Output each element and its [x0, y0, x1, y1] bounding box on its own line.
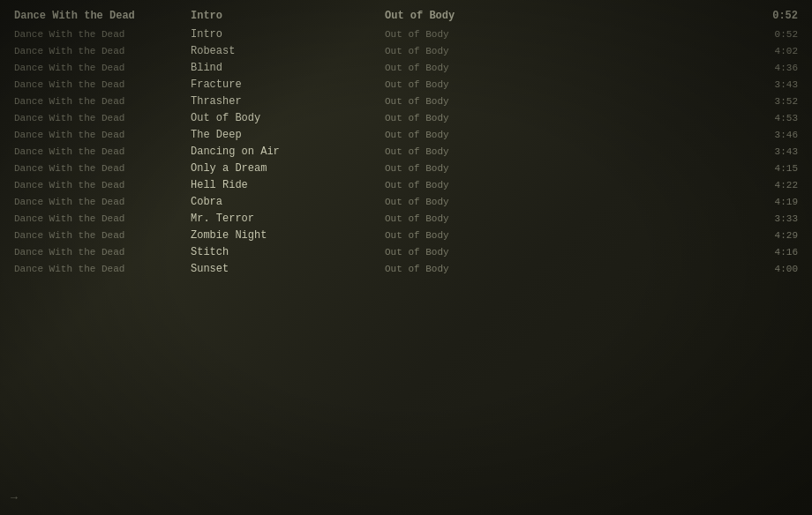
track-duration: 3:43: [754, 146, 798, 157]
table-row[interactable]: Dance With the DeadStitchOut of Body4:16: [0, 243, 812, 260]
track-title: Dancing on Air: [191, 146, 385, 158]
track-album: Out of Body: [385, 63, 754, 73]
track-artist: Dance With the Dead: [14, 79, 191, 90]
track-title: Mr. Terror: [191, 213, 385, 225]
track-artist: Dance With the Dead: [14, 180, 191, 190]
table-row[interactable]: Dance With the DeadCobraOut of Body4:19: [0, 193, 812, 210]
track-duration: 4:15: [754, 163, 798, 174]
track-duration: 4:22: [754, 180, 798, 190]
track-album: Out of Body: [385, 264, 754, 274]
track-list: Dance With the Dead Intro Out of Body 0:…: [0, 0, 812, 277]
table-row[interactable]: Dance With the DeadHell RideOut of Body4…: [0, 176, 812, 193]
track-album: Out of Body: [385, 213, 754, 224]
track-album: Out of Body: [385, 180, 754, 190]
table-row[interactable]: Dance With the DeadIntroOut of Body0:52: [0, 26, 812, 42]
track-artist: Dance With the Dead: [14, 29, 191, 40]
track-album: Out of Body: [385, 230, 754, 241]
track-artist: Dance With the Dead: [14, 63, 191, 73]
track-album: Out of Body: [385, 29, 754, 40]
track-artist: Dance With the Dead: [14, 113, 191, 123]
track-duration: 4:19: [754, 197, 798, 207]
track-artist: Dance With the Dead: [14, 264, 191, 274]
track-title: Fracture: [191, 78, 385, 91]
track-duration: 3:52: [754, 96, 798, 107]
track-duration: 3:46: [754, 130, 798, 140]
track-duration: 3:33: [754, 213, 798, 224]
table-header: Dance With the Dead Intro Out of Body 0:…: [0, 7, 812, 24]
track-artist: Dance With the Dead: [14, 46, 191, 56]
table-row[interactable]: Dance With the DeadDancing on AirOut of …: [0, 143, 812, 160]
track-album: Out of Body: [385, 46, 754, 56]
track-artist: Dance With the Dead: [14, 230, 191, 241]
track-artist: Dance With the Dead: [14, 146, 191, 157]
track-title: Hell Ride: [191, 179, 385, 191]
table-row[interactable]: Dance With the DeadThe DeepOut of Body3:…: [0, 126, 812, 143]
track-title: Only a Dream: [191, 162, 385, 175]
table-row[interactable]: Dance With the DeadSunsetOut of Body4:00: [0, 260, 812, 277]
track-title: The Deep: [191, 129, 385, 141]
track-artist: Dance With the Dead: [14, 213, 191, 224]
header-duration: 0:52: [754, 10, 798, 22]
table-row[interactable]: Dance With the DeadFractureOut of Body3:…: [0, 76, 812, 93]
track-artist: Dance With the Dead: [14, 96, 191, 107]
track-duration: 4:16: [754, 247, 798, 258]
track-album: Out of Body: [385, 113, 754, 123]
arrow-icon: →: [11, 491, 18, 504]
track-album: Out of Body: [385, 79, 754, 90]
track-title: Thrasher: [191, 95, 385, 108]
track-album: Out of Body: [385, 96, 754, 107]
track-title: Robeast: [191, 45, 385, 57]
track-duration: 3:43: [754, 79, 798, 90]
header-album: Out of Body: [385, 10, 754, 22]
track-duration: 4:53: [754, 113, 798, 123]
table-row[interactable]: Dance With the DeadZombie NightOut of Bo…: [0, 227, 812, 243]
table-row[interactable]: Dance With the DeadOut of BodyOut of Bod…: [0, 109, 812, 126]
track-title: Cobra: [191, 196, 385, 208]
track-album: Out of Body: [385, 146, 754, 157]
track-duration: 4:02: [754, 46, 798, 56]
track-album: Out of Body: [385, 130, 754, 140]
track-title: Sunset: [191, 263, 385, 275]
track-album: Out of Body: [385, 247, 754, 258]
track-title: Stitch: [191, 246, 385, 258]
table-row[interactable]: Dance With the DeadOnly a DreamOut of Bo…: [0, 160, 812, 176]
track-duration: 4:36: [754, 63, 798, 73]
track-album: Out of Body: [385, 197, 754, 207]
track-artist: Dance With the Dead: [14, 197, 191, 207]
track-artist: Dance With the Dead: [14, 130, 191, 140]
table-row[interactable]: Dance With the DeadMr. TerrorOut of Body…: [0, 210, 812, 227]
track-duration: 4:00: [754, 264, 798, 274]
track-title: Intro: [191, 28, 385, 41]
track-artist: Dance With the Dead: [14, 163, 191, 174]
table-row[interactable]: Dance With the DeadThrasherOut of Body3:…: [0, 93, 812, 109]
track-duration: 4:29: [754, 230, 798, 241]
header-artist: Dance With the Dead: [14, 10, 191, 22]
table-row[interactable]: Dance With the DeadBlindOut of Body4:36: [0, 59, 812, 76]
track-title: Blind: [191, 62, 385, 74]
header-title: Intro: [191, 10, 385, 22]
track-title: Zombie Night: [191, 229, 385, 242]
track-title: Out of Body: [191, 112, 385, 124]
track-artist: Dance With the Dead: [14, 247, 191, 258]
track-duration: 0:52: [754, 29, 798, 40]
track-album: Out of Body: [385, 163, 754, 174]
table-row[interactable]: Dance With the DeadRobeastOut of Body4:0…: [0, 42, 812, 59]
